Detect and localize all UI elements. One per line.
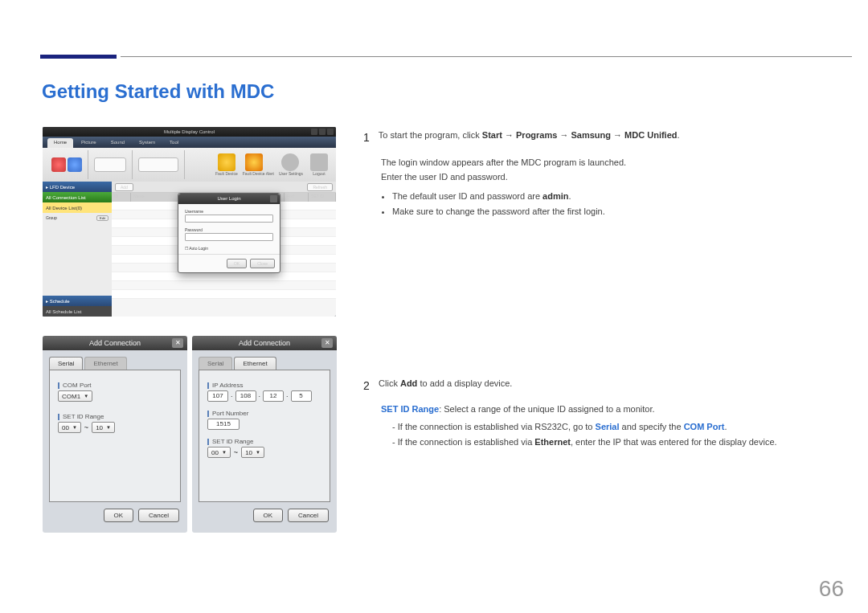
edit-button[interactable]: Edit <box>96 215 108 221</box>
instructions-column: 1 To start the program, click Start → Pr… <box>363 129 844 452</box>
ip-seg-1[interactable]: 107 <box>207 390 228 402</box>
sidebar-lfd-device[interactable]: ▸ LFD Device <box>43 182 112 192</box>
step1-line: 1 To start the program, click Start → Pr… <box>363 129 844 146</box>
password-input[interactable] <box>185 233 273 241</box>
dot: . <box>231 390 233 402</box>
cancel-button[interactable]: Cancel <box>138 509 179 522</box>
tab-serial[interactable]: Serial <box>49 357 83 370</box>
page-title: Getting Started with MDC <box>42 80 274 103</box>
user-settings-icon[interactable] <box>281 153 299 171</box>
ip-seg-4[interactable]: 5 <box>291 390 312 402</box>
port-input[interactable]: 1515 <box>207 419 240 430</box>
username-field: Username <box>185 209 273 223</box>
setid-from[interactable]: 00▼ <box>58 422 81 433</box>
menu-tabs: Home Picture Sound System Tool <box>43 137 336 148</box>
fault-device-icon[interactable] <box>218 153 235 171</box>
auto-login-checkbox[interactable]: ☐ Auto Login <box>185 246 273 251</box>
power-on-button[interactable] <box>51 157 66 172</box>
add-connection-ethernet-dialog: Add Connection✕ Serial Ethernet IP Addre… <box>192 336 337 533</box>
step2-pre: Click <box>379 378 400 388</box>
setid-from[interactable]: 00▼ <box>207 447 231 458</box>
d2po: , enter the IP that was entered for the … <box>571 437 777 447</box>
comport-value: COM1 <box>62 393 80 400</box>
d1po: . <box>724 422 727 431</box>
step2-block: 2 Click Add to add a display device. SET… <box>363 377 844 450</box>
fault-alert-icon[interactable] <box>245 153 263 171</box>
window-controls <box>311 129 334 135</box>
sidebar-all-schedule[interactable]: All Schedule List <box>43 306 112 317</box>
refresh-button[interactable]: Refresh <box>307 183 333 191</box>
volume-button[interactable] <box>138 157 178 172</box>
page-number: 66 <box>819 576 844 602</box>
sidebar-schedule[interactable]: ▸ Schedule <box>43 296 112 306</box>
username-input[interactable] <box>185 215 273 223</box>
sidebar-all-device[interactable]: All Device List(0) <box>43 202 112 213</box>
volume-group <box>133 150 185 179</box>
device-toolbar: Add Refresh <box>112 182 336 193</box>
tab-system[interactable]: System <box>133 138 162 148</box>
cancel-button[interactable]: Cancel <box>288 509 329 522</box>
minimize-button[interactable] <box>311 129 317 135</box>
ip-seg-2[interactable]: 108 <box>235 390 256 402</box>
password-label: Password <box>185 227 273 232</box>
setid-to[interactable]: 10▼ <box>241 447 264 458</box>
setid-to[interactable]: 10▼ <box>92 422 115 433</box>
step2-setid-line: SET ID Range: Select a range of the uniq… <box>381 403 844 417</box>
step2-dash-list: If the connection is established via RS2… <box>392 420 844 450</box>
port-label: Port Number <box>207 410 321 417</box>
ok-button[interactable]: OK <box>253 509 284 522</box>
close-button[interactable] <box>327 129 334 135</box>
ok-button[interactable]: OK <box>104 509 134 522</box>
tab-ethernet[interactable]: Ethernet <box>84 357 126 370</box>
close-icon[interactable] <box>270 195 277 202</box>
add-device-button[interactable]: Add <box>115 183 133 191</box>
setid-range: 00▼ ~ 10▼ <box>207 447 321 458</box>
auto-login-label: Auto Login <box>189 246 208 251</box>
tab-serial[interactable]: Serial <box>199 357 232 370</box>
chevron-down-icon: ▼ <box>256 450 260 455</box>
step1-desc2: Enter the user ID and password. <box>381 170 844 185</box>
chevron-down-icon: ▼ <box>84 394 88 398</box>
d2p: If the connection is established via <box>398 437 535 447</box>
b1-pre: The default user ID and password are <box>392 191 542 201</box>
username-label: Username <box>185 209 273 214</box>
col-setid: SET ID <box>309 193 336 202</box>
chevron-down-icon: ▼ <box>106 425 111 430</box>
login-buttons: OK Close <box>178 254 280 272</box>
col-name: Name <box>131 193 179 202</box>
ip-seg-3[interactable]: 12 <box>263 390 284 402</box>
b1-post: . <box>569 191 571 201</box>
step1-after: . <box>678 130 680 140</box>
header-rule <box>121 56 852 57</box>
step1-path: Start → Programs → Samsung → MDC Unified <box>482 130 678 140</box>
dlg-buttons: OK Cancel <box>192 509 337 529</box>
dlg-tabs: Serial Ethernet <box>199 357 330 370</box>
input-button[interactable] <box>94 157 126 172</box>
setid-label: SET ID Range <box>58 413 172 420</box>
d1m: and specify the <box>620 422 684 431</box>
sidebar: ▸ LFD Device All Connection List All Dev… <box>43 182 112 317</box>
power-group <box>46 150 88 179</box>
close-icon[interactable]: ✕ <box>321 338 333 348</box>
power-off-button[interactable] <box>68 157 82 172</box>
logout-icon[interactable] <box>310 153 328 171</box>
close-icon[interactable]: ✕ <box>172 338 183 348</box>
alert-label: Fault Device Alert <box>243 171 274 176</box>
login-close-button[interactable]: Close <box>250 259 275 268</box>
login-ok-button[interactable]: OK <box>227 259 247 268</box>
step2-number: 2 <box>363 377 376 394</box>
tab-home[interactable]: Home <box>47 138 73 148</box>
sidebar-all-connection[interactable]: All Connection List <box>43 192 112 202</box>
tab-tool[interactable]: Tool <box>163 138 185 148</box>
setid-label: SET ID Range <box>207 438 321 445</box>
fault-label: Fault Device <box>215 171 238 176</box>
comport-select[interactable]: COM1▼ <box>58 390 92 402</box>
maximize-button[interactable] <box>319 129 326 135</box>
ribbon-right: Fault Device Fault Device Alert User Set… <box>213 153 333 176</box>
tab-ethernet[interactable]: Ethernet <box>234 357 276 370</box>
setid-range: 00▼ ~ 10▼ <box>58 422 172 433</box>
from-val: 00 <box>211 449 219 456</box>
tab-picture[interactable]: Picture <box>75 138 103 148</box>
table-row <box>112 272 336 281</box>
tab-sound[interactable]: Sound <box>104 138 131 148</box>
